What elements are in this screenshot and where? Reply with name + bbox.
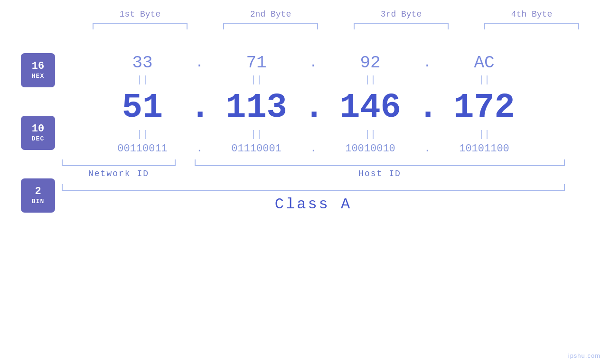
bin-badge-label: BIN xyxy=(32,198,44,205)
bin-badge: 2 BIN xyxy=(21,178,55,213)
top-bracket-row xyxy=(75,23,597,29)
dot-dec-3: . xyxy=(418,88,437,127)
bin-val-1: 00110011 xyxy=(95,143,190,155)
bin-badge-number: 2 xyxy=(35,186,41,197)
network-id-label: Network ID xyxy=(62,169,176,178)
bracket-byte2 xyxy=(223,23,318,29)
eq2-4: || xyxy=(437,129,532,140)
byte4-header: 4th Byte xyxy=(479,9,584,19)
byte2-header: 2nd Byte xyxy=(218,9,323,19)
dot-hex-2: . xyxy=(304,56,323,70)
byte1-header: 1st Byte xyxy=(88,9,192,19)
hex-val-3: 92 xyxy=(323,53,418,73)
eq1-2: || xyxy=(209,75,304,85)
dot-dec-2: . xyxy=(304,88,323,127)
class-label-container: Class A xyxy=(62,196,565,213)
bracket-byte4 xyxy=(484,23,579,29)
eq2-3: || xyxy=(323,129,418,140)
eq1-1: || xyxy=(95,75,190,85)
dot-hex-3: . xyxy=(418,56,437,70)
dec-val-3: 146 xyxy=(323,91,418,125)
dec-val-2: 113 xyxy=(209,91,304,125)
bottom-bracket-host xyxy=(195,159,565,166)
dot-bin-2: . xyxy=(304,143,323,155)
badges-column: 16 HEX 10 DEC 2 BIN xyxy=(0,39,62,364)
dot-hex-1: . xyxy=(190,56,209,70)
bottom-bracket-network xyxy=(62,159,176,166)
id-labels-row: Network ID Host ID xyxy=(62,169,565,178)
full-bracket xyxy=(62,184,565,191)
class-label: Class A xyxy=(275,196,352,213)
hex-row: 33 . 71 . 92 . AC xyxy=(62,44,565,73)
dec-val-1: 51 xyxy=(95,91,190,125)
dec-badge: 10 DEC xyxy=(21,116,55,150)
hex-val-4: AC xyxy=(437,53,532,73)
bracket-byte3 xyxy=(354,23,449,29)
bin-val-3: 10010010 xyxy=(323,143,418,155)
equals-row-2: || || || || xyxy=(62,129,565,140)
bracket-byte1 xyxy=(93,23,188,29)
hex-val-2: 71 xyxy=(209,53,304,73)
byte-headers: 1st Byte 2nd Byte 3rd Byte 4th Byte xyxy=(75,9,597,19)
dot-bin-1: . xyxy=(190,143,209,155)
dot-bin-3: . xyxy=(418,143,437,155)
dot-dec-1: . xyxy=(190,88,209,127)
hex-badge-label: HEX xyxy=(32,73,44,80)
eq1-3: || xyxy=(323,75,418,85)
dec-val-4: 172 xyxy=(437,91,532,125)
equals-row-1: || || || || xyxy=(62,75,565,85)
eq1-4: || xyxy=(437,75,532,85)
hex-badge-number: 16 xyxy=(32,61,44,72)
bin-val-4: 10101100 xyxy=(437,143,532,155)
byte3-header: 3rd Byte xyxy=(349,9,453,19)
bin-row: 00110011 . 01110001 . 10010010 . 1010110… xyxy=(62,143,565,155)
dec-row: 51 . 113 . 146 . 172 xyxy=(62,88,565,127)
hex-val-1: 33 xyxy=(95,53,190,73)
dec-badge-label: DEC xyxy=(32,135,44,142)
eq2-2: || xyxy=(209,129,304,140)
full-bracket-container xyxy=(62,184,565,191)
hex-badge: 16 HEX xyxy=(21,53,55,87)
bin-val-2: 01110001 xyxy=(209,143,304,155)
eq2-1: || xyxy=(95,129,190,140)
watermark: ipshu.com xyxy=(568,352,601,359)
main-container: 1st Byte 2nd Byte 3rd Byte 4th Byte 16 H… xyxy=(0,0,610,364)
host-id-label: Host ID xyxy=(195,169,565,178)
dec-badge-number: 10 xyxy=(32,123,44,135)
bottom-bracket-row xyxy=(62,159,565,166)
